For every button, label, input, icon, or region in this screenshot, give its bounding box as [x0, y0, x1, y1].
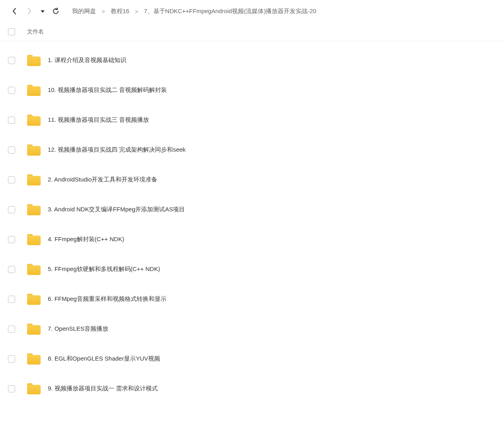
file-name[interactable]: 4. FFmpeg解封装(C++ NDK) [48, 236, 124, 243]
column-header-row: 文件名 [0, 22, 504, 41]
nav-back-button[interactable] [8, 5, 21, 18]
file-list: 1. 课程介绍及音视频基础知识 10. 视频播放器项目实战二 音视频解码解封装 … [0, 41, 504, 411]
file-name[interactable]: 10. 视频播放器项目实战二 音视频解码解封装 [48, 86, 167, 94]
file-name[interactable]: 3. Android NDK交叉编译FFMpeg并添加测试AS项目 [48, 206, 185, 213]
select-all-checkbox[interactable] [8, 28, 15, 35]
folder-icon [27, 115, 41, 126]
history-dropdown-button[interactable] [38, 9, 47, 14]
row-checkbox[interactable] [8, 385, 15, 392]
refresh-icon [52, 7, 60, 15]
row-checkbox[interactable] [8, 146, 15, 154]
folder-icon [27, 383, 41, 394]
breadcrumb-item-root[interactable]: 我的网盘 [71, 7, 98, 16]
breadcrumb-separator: > [132, 8, 141, 15]
file-row[interactable]: 1. 课程介绍及音视频基础知识 [8, 45, 496, 75]
file-name[interactable]: 5. FFmpeg软硬解和多线程解码(C++ NDK) [48, 265, 160, 273]
breadcrumb-item-current[interactable]: 7、基于NDKC++FFmpegAndroid视频(流媒体)播放器开发实战-20 [142, 7, 318, 16]
folder-icon [27, 85, 41, 96]
column-header-name[interactable]: 文件名 [27, 28, 44, 35]
folder-icon [27, 174, 41, 185]
row-checkbox[interactable] [8, 326, 15, 333]
file-row[interactable]: 8. EGL和OpenGLES Shader显示YUV视频 [8, 344, 496, 374]
toolbar: 我的网盘 > 教程16 > 7、基于NDKC++FFmpegAndroid视频(… [0, 0, 504, 22]
chevron-left-icon [12, 8, 17, 15]
row-checkbox[interactable] [8, 87, 15, 94]
caret-down-icon [41, 10, 45, 13]
folder-icon [27, 55, 41, 66]
file-row[interactable]: 11. 视频播放器项目实战三 音视频播放 [8, 105, 496, 135]
file-name[interactable]: 9. 视频播放器项目实战一 需求和设计模式 [48, 385, 158, 392]
file-row[interactable]: 10. 视频播放器项目实战二 音视频解码解封装 [8, 75, 496, 105]
row-checkbox[interactable] [8, 355, 15, 363]
breadcrumb: 我的网盘 > 教程16 > 7、基于NDKC++FFmpegAndroid视频(… [71, 7, 496, 16]
row-checkbox[interactable] [8, 117, 15, 124]
refresh-button[interactable] [49, 5, 62, 18]
row-checkbox[interactable] [8, 296, 15, 303]
file-row[interactable]: 4. FFmpeg解封装(C++ NDK) [8, 224, 496, 254]
chevron-right-icon [27, 8, 32, 15]
file-name[interactable]: 8. EGL和OpenGLES Shader显示YUV视频 [48, 355, 160, 363]
file-name[interactable]: 6. FFMpeg音频重采样和视频格式转换和显示 [48, 295, 167, 303]
row-checkbox[interactable] [8, 266, 15, 273]
folder-icon [27, 234, 41, 245]
file-row[interactable]: 3. Android NDK交叉编译FFMpeg并添加测试AS项目 [8, 195, 496, 224]
row-checkbox[interactable] [8, 206, 15, 213]
breadcrumb-separator: > [99, 8, 108, 15]
folder-icon [27, 353, 41, 365]
file-name[interactable]: 7. OpenSLES音频播放 [48, 325, 108, 333]
file-name[interactable]: 1. 课程介绍及音视频基础知识 [48, 57, 126, 64]
row-checkbox[interactable] [8, 176, 15, 183]
file-name[interactable]: 11. 视频播放器项目实战三 音视频播放 [48, 116, 149, 124]
folder-icon [27, 324, 41, 335]
row-checkbox[interactable] [8, 57, 15, 64]
file-row[interactable]: 6. FFMpeg音频重采样和视频格式转换和显示 [8, 284, 496, 314]
file-row[interactable]: 7. OpenSLES音频播放 [8, 314, 496, 344]
folder-icon [27, 144, 41, 156]
row-checkbox[interactable] [8, 236, 15, 243]
file-name[interactable]: 12. 视频播放器项目实战四 完成架构解决同步和seek [48, 146, 186, 154]
folder-icon [27, 204, 41, 215]
folder-icon [27, 294, 41, 305]
breadcrumb-item-1[interactable]: 教程16 [109, 7, 131, 16]
file-row[interactable]: 12. 视频播放器项目实战四 完成架构解决同步和seek [8, 135, 496, 165]
file-row[interactable]: 5. FFmpeg软硬解和多线程解码(C++ NDK) [8, 254, 496, 284]
nav-forward-button[interactable] [23, 5, 36, 18]
file-name[interactable]: 2. AndroidStudio开发工具和开发环境准备 [48, 176, 157, 183]
file-row[interactable]: 2. AndroidStudio开发工具和开发环境准备 [8, 165, 496, 195]
file-row[interactable]: 9. 视频播放器项目实战一 需求和设计模式 [8, 374, 496, 404]
folder-icon [27, 264, 41, 275]
